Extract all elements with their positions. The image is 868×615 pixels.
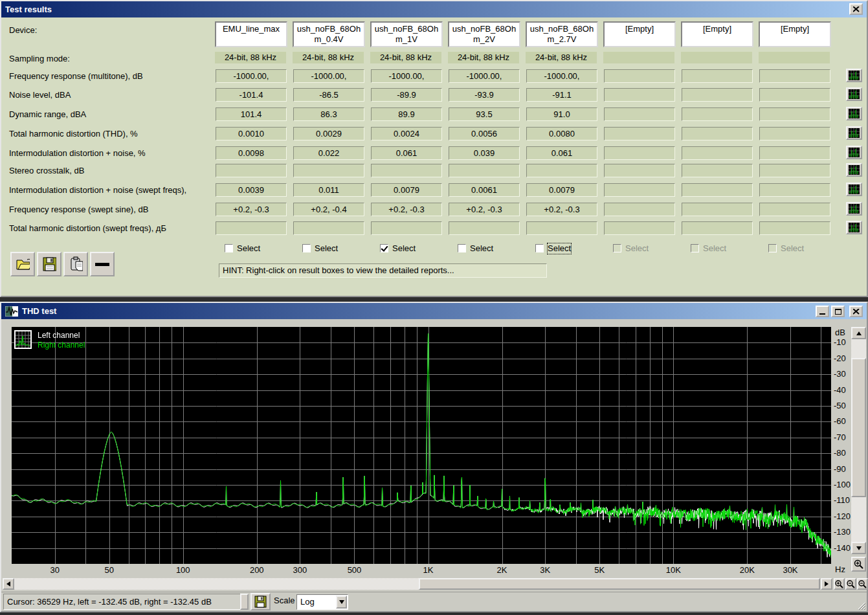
result-value-box[interactable]: -1000.00, xyxy=(449,69,520,83)
result-value-box[interactable] xyxy=(604,183,675,197)
result-value-box[interactable]: 0.0061 xyxy=(449,183,520,197)
report-chart-button[interactable] xyxy=(846,202,862,216)
result-value-box[interactable] xyxy=(682,203,753,216)
save-report-button[interactable] xyxy=(37,252,61,276)
report-chart-button[interactable] xyxy=(846,107,862,120)
zoom-in-y-button[interactable] xyxy=(851,557,866,572)
result-value-box[interactable]: 89.9 xyxy=(371,107,442,121)
result-value-box[interactable]: +0.2, -0.3 xyxy=(371,203,442,216)
result-value-box[interactable] xyxy=(759,183,830,197)
result-value-box[interactable] xyxy=(759,88,830,102)
v-scroll-thumb[interactable] xyxy=(851,358,866,497)
result-value-box[interactable]: -1000.00, xyxy=(371,69,442,83)
select-checkbox[interactable] xyxy=(613,244,621,252)
thd-titlebar[interactable]: THD test xyxy=(1,303,867,319)
result-value-box[interactable] xyxy=(759,164,830,177)
result-value-box[interactable]: 0.0079 xyxy=(371,183,442,197)
result-value-box[interactable] xyxy=(604,88,675,102)
result-value-box[interactable] xyxy=(759,146,830,160)
result-value-box[interactable] xyxy=(604,146,675,160)
result-value-box[interactable]: 0.022 xyxy=(293,146,364,160)
result-value-box[interactable] xyxy=(759,69,830,83)
report-chart-button[interactable] xyxy=(846,163,862,177)
result-value-box[interactable] xyxy=(682,107,753,121)
device-name-box[interactable]: [Empty] xyxy=(603,21,676,47)
h-scroll-left-button[interactable] xyxy=(3,578,14,590)
result-value-box[interactable]: 0.0080 xyxy=(526,127,597,140)
result-value-box[interactable] xyxy=(604,107,675,121)
maximize-button[interactable] xyxy=(831,306,845,317)
result-value-box[interactable]: -1000.00, xyxy=(526,69,597,83)
device-name-box[interactable]: ush_noFB_68Ohm_0.4V xyxy=(293,21,365,47)
result-value-box[interactable] xyxy=(759,203,830,216)
result-value-box[interactable]: -1000.00, xyxy=(216,69,287,83)
save-image-button[interactable] xyxy=(250,593,271,610)
copy-report-button[interactable] xyxy=(63,252,88,276)
select-checkbox[interactable] xyxy=(458,244,466,252)
result-value-box[interactable] xyxy=(682,88,753,102)
result-value-box[interactable]: +0.2, -0.4 xyxy=(293,203,364,216)
result-value-box[interactable]: 0.061 xyxy=(371,146,442,160)
minimize-button[interactable] xyxy=(816,306,829,317)
result-value-box[interactable]: -101.4 xyxy=(216,88,287,102)
result-value-box[interactable]: -1000.00, xyxy=(293,69,364,83)
device-name-box[interactable]: ush_noFB_68Ohm_1V xyxy=(370,21,443,47)
result-value-box[interactable]: 93.5 xyxy=(449,107,520,121)
zoom-out-y-button[interactable] xyxy=(857,578,868,590)
result-value-box[interactable] xyxy=(604,221,675,235)
report-chart-button[interactable] xyxy=(846,69,862,82)
result-value-box[interactable] xyxy=(371,221,442,235)
h-scroll-right-button[interactable] xyxy=(821,578,832,590)
report-chart-button[interactable] xyxy=(846,221,862,234)
device-name-box[interactable]: [Empty] xyxy=(759,21,831,47)
result-value-box[interactable] xyxy=(449,164,520,177)
result-value-box[interactable] xyxy=(759,221,830,235)
result-value-box[interactable]: 0.0056 xyxy=(449,127,520,140)
result-value-box[interactable]: 0.0010 xyxy=(216,127,287,140)
result-value-box[interactable] xyxy=(682,164,753,177)
result-value-box[interactable] xyxy=(682,183,753,197)
open-report-button[interactable] xyxy=(10,252,35,276)
report-chart-button[interactable] xyxy=(846,126,862,140)
result-value-box[interactable]: 0.0039 xyxy=(216,183,287,197)
h-scroll-thumb[interactable] xyxy=(419,578,820,590)
report-chart-button[interactable] xyxy=(846,183,862,196)
scale-combobox[interactable]: Log xyxy=(296,594,348,610)
result-value-box[interactable]: 0.061 xyxy=(526,146,597,160)
device-name-box[interactable]: ush_noFB_68Ohm_2.7V xyxy=(526,21,598,47)
device-name-box[interactable]: ush_noFB_68Ohm_2V xyxy=(448,21,520,47)
resize-grip[interactable] xyxy=(857,601,865,610)
result-value-box[interactable]: 0.0098 xyxy=(216,146,287,160)
remove-device-button[interactable] xyxy=(90,252,115,276)
result-value-box[interactable] xyxy=(604,203,675,216)
result-value-box[interactable] xyxy=(682,221,753,235)
result-value-box[interactable]: 0.0029 xyxy=(293,127,364,140)
test-results-titlebar[interactable]: Test results xyxy=(1,1,867,17)
legend-icon[interactable] xyxy=(14,330,32,349)
v-scroll-up-button[interactable] xyxy=(851,327,866,339)
select-checkbox[interactable] xyxy=(535,244,544,252)
result-value-box[interactable]: -91.1 xyxy=(526,88,597,102)
result-value-box[interactable]: +0.2, -0.3 xyxy=(216,203,287,216)
result-value-box[interactable] xyxy=(216,164,287,177)
result-value-box[interactable] xyxy=(682,127,753,140)
report-chart-button[interactable] xyxy=(846,87,862,101)
result-value-box[interactable]: 101.4 xyxy=(216,107,287,121)
zoom-in-x-button[interactable] xyxy=(834,578,845,590)
device-name-box[interactable]: [Empty] xyxy=(681,21,753,47)
result-value-box[interactable] xyxy=(526,221,597,235)
result-value-box[interactable] xyxy=(604,69,675,83)
result-value-box[interactable]: 0.0079 xyxy=(526,183,597,197)
device-name-box[interactable]: EMU_line_max xyxy=(215,21,287,47)
result-value-box[interactable] xyxy=(604,164,675,177)
result-value-box[interactable] xyxy=(526,164,597,177)
result-value-box[interactable]: +0.2, -0.3 xyxy=(449,203,520,216)
select-checkbox[interactable] xyxy=(691,244,699,252)
result-value-box[interactable] xyxy=(449,221,520,235)
partial-button[interactable] xyxy=(240,594,249,610)
close-button[interactable] xyxy=(849,306,863,317)
result-value-box[interactable] xyxy=(604,127,675,140)
zoom-out-x-button[interactable] xyxy=(845,578,856,590)
result-value-box[interactable] xyxy=(682,69,753,83)
select-checkbox[interactable] xyxy=(380,244,388,252)
